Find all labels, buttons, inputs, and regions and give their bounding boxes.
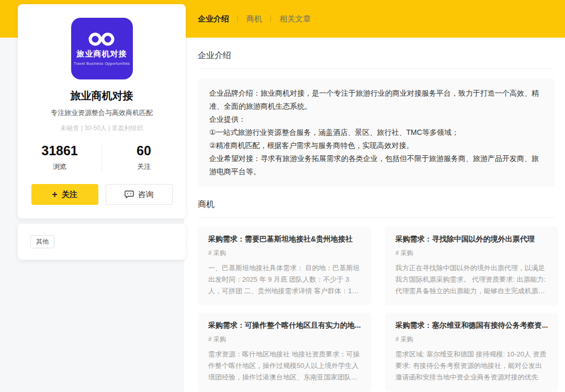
section-title-intro: 企业介绍 [198, 50, 555, 61]
tab-articles[interactable]: 相关文章 [279, 14, 311, 24]
category-tag: 其他 [30, 235, 54, 248]
opportunity-title: 采购需求：需要巴基斯坦地接社&贵州地接社 [208, 235, 361, 244]
opportunity-title: 采购需求：可操作整个喀什地区且有实力的地... [208, 321, 361, 330]
opportunity-card[interactable]: 采购需求：需要巴基斯坦地接社&贵州地接社 # 采购 一、巴基斯坦地接社具体需求：… [198, 226, 371, 305]
opportunity-body: 我方正在寻找除中国以外的境外出票代理，以满足我方国际机票采购需求。 代理资质要求… [396, 262, 548, 297]
company-tagline: 专注旅业资源整合与高效商机匹配 [18, 108, 186, 118]
opportunities-section-header: 商机 [198, 199, 555, 218]
tab-opportunities[interactable]: 商机 [246, 14, 262, 24]
followers-label: 关注 [102, 162, 186, 171]
chat-bubble-icon [125, 190, 134, 199]
follow-button[interactable]: + 关注 [31, 184, 98, 205]
section-title-opportunities: 商机 [198, 199, 555, 210]
intro-line: 企业希望对接：寻求有旅游业务拓展需求的各类企业，包括但不限于旅游服务商、旅游产品… [209, 152, 543, 178]
opportunity-title: 采购需求：寻找除中国以外的境外出票代理 [396, 235, 548, 244]
opportunity-card[interactable]: 采购需求：塞尔维亚和德国有接待公务考察资... # 采购 需求区域: 塞尔维亚和… [385, 313, 559, 391]
opportunity-tag: # 采购 [208, 249, 361, 258]
intro-section-header: 企业介绍 [198, 50, 555, 69]
tab-company-intro[interactable]: 企业介绍 [198, 14, 229, 24]
tab-divider [238, 15, 238, 22]
opportunity-tag: # 采购 [208, 335, 361, 344]
action-buttons: + 关注 咨询 [18, 184, 186, 205]
category-card: 其他 [18, 224, 186, 260]
page: 企业介绍 商机 相关文章 旅业商机对接 Travel Business Oppo… [0, 0, 565, 392]
company-meta: 未融资 | 30-50人 | 非盈利组织 [18, 124, 186, 133]
consult-button-label: 咨询 [138, 190, 154, 200]
opportunity-body: 一、巴基斯坦地接社具体需求： 目的地：巴基斯坦 出发时间：2025 年 9 月底… [208, 262, 361, 297]
views-label: 浏览 [18, 162, 101, 171]
opportunity-body: 需求区域: 塞尔维亚和德国 接待规模: 10-20人 资质要求: 有接待公务考察… [396, 349, 548, 383]
stat-followers: 60 关注 [102, 143, 186, 171]
company-name: 旅业商机对接 [18, 89, 186, 103]
opportunities-grid: 采购需求：需要巴基斯坦地接社&贵州地接社 # 采购 一、巴基斯坦地接社具体需求：… [198, 226, 555, 391]
profile-panel: 旅业商机对接 Travel Business Opportunities 旅业商… [18, 4, 186, 260]
infinity-icon [87, 32, 117, 47]
opportunity-card[interactable]: 采购需求：可操作整个喀什地区且有实力的地... # 采购 需求资源：喀什地区地接… [198, 313, 371, 391]
stat-views: 31861 浏览 [18, 143, 102, 171]
logo-title: 旅业商机对接 [77, 49, 127, 59]
follow-button-label: 关注 [62, 190, 77, 200]
company-logo: 旅业商机对接 Travel Business Opportunities [71, 18, 133, 79]
consult-button[interactable]: 咨询 [106, 184, 173, 205]
company-profile-card: 旅业商机对接 Travel Business Opportunities 旅业商… [18, 4, 186, 218]
opportunity-tag: # 采购 [396, 249, 548, 258]
stats-row: 31861 浏览 60 关注 [18, 143, 186, 171]
opportunity-card[interactable]: 采购需求：寻找除中国以外的境外出票代理 # 采购 我方正在寻找除中国以外的境外出… [385, 226, 559, 305]
content-panel: 企业介绍 企业品牌介绍：旅业商机对接，是一个专注于旅游行业的商业对接服务平台，致… [184, 38, 565, 392]
intro-box: 企业品牌介绍：旅业商机对接，是一个专注于旅游行业的商业对接服务平台，致力于打造一… [198, 78, 555, 187]
plus-icon: + [52, 190, 58, 199]
opportunity-title: 采购需求：塞尔维亚和德国有接待公务考察资... [396, 321, 548, 330]
tab-divider [270, 15, 271, 22]
logo-subtitle: Travel Business Opportunities [74, 62, 130, 65]
intro-line: 企业提供： [209, 113, 543, 126]
intro-line: ①一站式旅游行业资源整合服务，涵盖酒店、景区、旅行社、TMC等多领域； [209, 126, 543, 139]
opportunity-tag: # 采购 [396, 335, 548, 344]
profile-tabs: 企业介绍 商机 相关文章 [198, 0, 311, 38]
opportunity-body: 需求资源：喀什地区地接社 地接社资质要求：可操作整个喀什地区，操作过规模50人以… [208, 349, 361, 383]
views-count: 31861 [18, 143, 101, 158]
intro-line: 企业品牌介绍：旅业商机对接，是一个专注于旅游行业的商业对接服务平台，致力于打造一… [209, 87, 543, 113]
intro-line: ②精准商机匹配，根据客户需求与服务商特色，实现高效对接。 [209, 139, 543, 152]
followers-count: 60 [102, 143, 186, 158]
